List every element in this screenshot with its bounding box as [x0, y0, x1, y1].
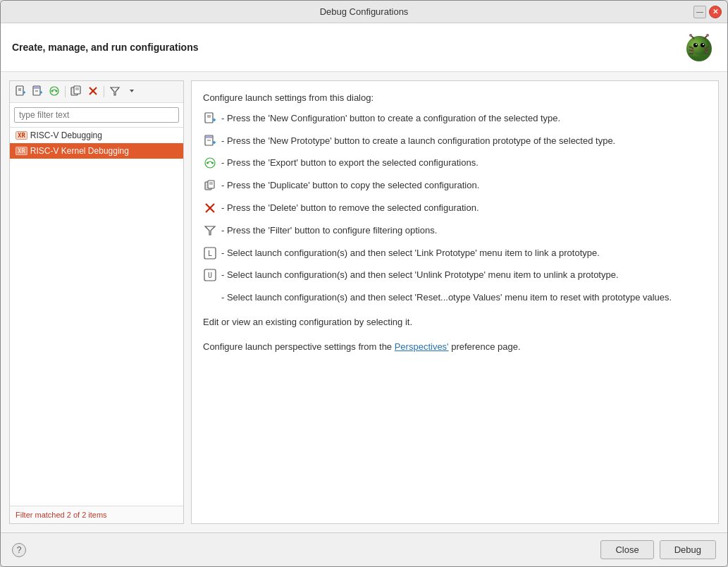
help-icon-export — [203, 157, 217, 174]
help-icon-new-config — [203, 112, 217, 130]
bottom-left: ? — [12, 543, 26, 557]
help-text-delete: - Press the 'Delete' button to remove th… — [221, 201, 707, 216]
tree-item-risc-v-kernel-debugging[interactable]: XR RISC-V Kernel Debugging — [10, 143, 183, 159]
help-line-export: - Press the 'Export' button to export th… — [203, 156, 707, 174]
svg-point-28 — [56, 90, 58, 92]
help-line-reset: - Select launch configuration(s) and the… — [203, 291, 707, 305]
duplicate-icon — [70, 85, 82, 99]
new-proto-button[interactable] — [30, 84, 45, 99]
help-question-icon: ? — [17, 545, 22, 555]
perspectives-suffix: preference page. — [449, 341, 521, 352]
svg-point-48 — [206, 162, 209, 164]
duplicate-button[interactable] — [68, 84, 84, 99]
help-line-delete: - Press the 'Delete' button to remove th… — [203, 201, 707, 219]
help-line-unlink-proto: U - Select launch configuration(s) and t… — [203, 268, 707, 286]
help-icon-delete — [203, 202, 217, 219]
delete-button[interactable] — [85, 84, 101, 99]
svg-point-8 — [706, 34, 709, 37]
svg-rect-30 — [74, 86, 80, 94]
filter-dropdown-button[interactable] — [124, 84, 140, 99]
help-line-new-config: - Press the 'New Configuration' button t… — [203, 111, 707, 130]
new-proto-icon — [32, 85, 43, 99]
context-help-button[interactable]: ? — [12, 543, 26, 557]
close-icon: ✕ — [712, 8, 718, 16]
help-intro: Configure launch settings from this dial… — [203, 91, 707, 106]
svg-marker-35 — [111, 87, 119, 95]
tree-list: XR RISC-V Debugging XR RISC-V Kernel Deb… — [10, 128, 183, 506]
filter-status-text: Filter matched 2 of 2 items — [16, 511, 107, 519]
dropdown-arrow-icon — [128, 87, 135, 97]
risc-v-debugging-xr-label: XR — [16, 131, 27, 140]
main-content: XR RISC-V Debugging XR RISC-V Kernel Deb… — [1, 72, 727, 532]
svg-rect-22 — [34, 87, 39, 89]
window-title: Debug Configurations — [320, 6, 409, 17]
help-line-link-proto: L - Select launch configuration(s) and t… — [203, 246, 707, 264]
close-window-button[interactable]: ✕ — [709, 6, 722, 18]
delete-icon — [87, 85, 99, 99]
bottom-bar: ? Close Debug — [1, 532, 727, 566]
new-config-icon — [15, 85, 26, 99]
svg-point-9 — [692, 45, 706, 55]
perspectives-link[interactable]: Perspectives' — [395, 341, 449, 352]
svg-marker-36 — [130, 90, 134, 92]
new-config-button[interactable] — [13, 84, 28, 99]
toolbar — [10, 81, 183, 103]
svg-marker-56 — [205, 226, 215, 235]
help-icon-unlink-proto: U — [203, 269, 217, 286]
export-button[interactable] — [47, 84, 62, 99]
help-icon-new-proto — [203, 135, 217, 152]
close-button[interactable]: Close — [600, 540, 653, 559]
header-area: Create, manage, and run configurations — [1, 23, 727, 72]
titlebar: Debug Configurations — ✕ — [1, 1, 727, 23]
help-icon-filter — [203, 224, 217, 242]
right-panel: Configure launch settings from this dial… — [191, 80, 719, 524]
filter-icon — [109, 85, 121, 99]
debug-button[interactable]: Debug — [660, 540, 716, 559]
toolbar-separator-1 — [65, 86, 66, 97]
filter-status-bar: Filter matched 2 of 2 items — [10, 506, 183, 523]
help-icon-duplicate — [203, 179, 217, 197]
svg-rect-43 — [206, 136, 212, 138]
minimize-button[interactable]: — — [693, 6, 706, 18]
help-text-filter: - Press the 'Filter' button to configure… — [221, 224, 707, 238]
debug-icon — [682, 30, 716, 64]
help-line-duplicate: - Press the 'Duplicate' button to copy t… — [203, 178, 707, 197]
help-text-new-proto: - Press the 'New Prototype' button to cr… — [221, 134, 707, 149]
svg-rect-37 — [205, 113, 213, 123]
filter-config-button[interactable] — [107, 84, 123, 99]
help-line-filter: - Press the 'Filter' button to configure… — [203, 224, 707, 242]
filter-input-wrapper — [10, 103, 183, 128]
help-line-new-proto: - Press the 'New Prototype' button to cr… — [203, 134, 707, 152]
risc-v-kernel-debugging-xr-label: XR — [16, 147, 27, 155]
help-text-new-config: - Press the 'New Configuration' button t… — [221, 111, 707, 126]
help-text-export: - Press the 'Export' button to export th… — [221, 156, 707, 171]
export-icon — [49, 85, 60, 99]
perspectives-section: Configure launch perspective settings fr… — [203, 340, 707, 355]
help-lines: - Press the 'New Configuration' button t… — [203, 111, 707, 305]
svg-point-4 — [703, 44, 704, 45]
svg-line-14 — [705, 50, 709, 51]
left-panel: XR RISC-V Debugging XR RISC-V Kernel Deb… — [9, 80, 184, 524]
svg-text:L: L — [208, 250, 212, 257]
debug-configurations-window: Debug Configurations — ✕ Create, manage,… — [0, 0, 728, 567]
help-text-duplicate: - Press the 'Duplicate' button to copy t… — [221, 178, 707, 193]
edit-section: Edit or view an existing configuration b… — [203, 315, 707, 330]
risc-v-debugging-label: RISC-V Debugging — [30, 130, 102, 140]
minimize-icon: — — [696, 8, 703, 16]
page-title: Create, manage, and run configurations — [12, 42, 199, 53]
bottom-right: Close Debug — [600, 540, 716, 559]
toolbar-separator-2 — [104, 86, 104, 97]
tree-item-risc-v-debugging[interactable]: XR RISC-V Debugging — [10, 128, 183, 143]
risc-v-kernel-debugging-label: RISC-V Kernel Debugging — [30, 146, 129, 156]
svg-point-3 — [696, 44, 697, 45]
help-text-unlink-proto: - Select launch configuration(s) and the… — [221, 268, 707, 283]
svg-line-11 — [689, 50, 693, 51]
svg-text:U: U — [208, 272, 212, 279]
help-text-link-proto: - Select launch configuration(s) and the… — [221, 246, 707, 261]
svg-point-49 — [211, 162, 214, 164]
edit-line: Edit or view an existing configuration b… — [203, 315, 707, 330]
perspectives-text: Configure launch perspective settings fr… — [203, 340, 707, 355]
titlebar-controls: — ✕ — [693, 6, 722, 18]
filter-input[interactable] — [14, 107, 179, 123]
svg-rect-51 — [208, 181, 214, 188]
